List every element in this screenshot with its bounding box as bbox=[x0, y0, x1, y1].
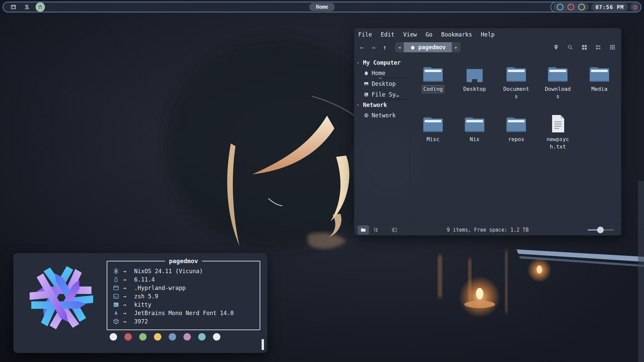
fetch-rows: → NixOS 24.11 (Vicuna) → 6.11.4 → bbox=[113, 267, 256, 325]
menu-go[interactable]: Go bbox=[426, 31, 432, 38]
next-tab-button[interactable]: ▶ bbox=[452, 42, 461, 52]
file-item-nix[interactable]: Nix bbox=[454, 114, 495, 164]
workspace-6-active[interactable] bbox=[36, 2, 45, 12]
folder-pane-icon bbox=[360, 227, 366, 233]
menu-view[interactable]: View bbox=[403, 31, 417, 38]
palette-dot-yellow bbox=[154, 333, 161, 341]
home-underline bbox=[379, 78, 405, 78]
forward-button[interactable]: → bbox=[368, 42, 379, 52]
fetch-row-packages: → 3972 bbox=[113, 317, 256, 325]
back-button[interactable]: ← bbox=[356, 42, 368, 52]
file-item-documents[interactable]: Documents bbox=[495, 63, 537, 114]
terminal-cursor bbox=[262, 339, 264, 350]
list-view-button[interactable] bbox=[593, 42, 604, 52]
file-manager-window: File Edit View Go Bookmarks Help ← → ↑ ◀… bbox=[354, 28, 622, 236]
search-button[interactable] bbox=[565, 42, 576, 52]
fetch-row-kernel: → 6.11.4 bbox=[113, 275, 256, 284]
places-pane-button[interactable] bbox=[358, 225, 369, 235]
slider-knob[interactable] bbox=[597, 227, 604, 233]
search-icon bbox=[567, 44, 573, 50]
folder-icon bbox=[505, 65, 527, 83]
collapse-triangle-icon: ▾ bbox=[357, 61, 360, 65]
compact-grid-icon bbox=[609, 44, 615, 50]
fetch-row-os: → NixOS 24.11 (Vicuna) bbox=[113, 267, 256, 275]
sidebar-item-desktop[interactable]: Desktop bbox=[364, 79, 396, 88]
shell-terminal-icon bbox=[113, 293, 119, 300]
sidebar-item-network[interactable]: Network bbox=[364, 111, 396, 120]
folder-icon bbox=[547, 65, 569, 83]
file-item-coding[interactable]: Coding bbox=[412, 63, 454, 114]
filesystem-underline bbox=[379, 99, 408, 100]
kanji-six-icon bbox=[37, 4, 43, 10]
file-item-misc[interactable]: Misc bbox=[412, 114, 454, 164]
menu-edit[interactable]: Edit bbox=[381, 31, 394, 38]
toolbar: ← → ↑ ◀ pagedmov ▶ bbox=[354, 41, 621, 54]
fetch-row-shell: → zsh 5.9 bbox=[113, 292, 256, 300]
palette-dot-white2 bbox=[213, 333, 220, 341]
file-item-downloads[interactable]: Downloads bbox=[537, 63, 579, 114]
home-icon bbox=[410, 45, 416, 50]
menu-file[interactable]: File bbox=[358, 31, 372, 38]
tree-view-icon bbox=[373, 227, 379, 233]
fetch-row-font: A → JetBrains Mono Nerd Font 14.0 bbox=[113, 309, 256, 317]
folder-icon bbox=[464, 115, 485, 133]
nix-snowflake-icon bbox=[113, 268, 119, 275]
fetch-title: pagedmov bbox=[165, 257, 202, 264]
folder-icon bbox=[589, 65, 610, 83]
file-item-desktop[interactable]: Desktop bbox=[454, 63, 495, 114]
workspace-5[interactable] bbox=[22, 2, 32, 12]
folder-icon bbox=[422, 115, 444, 133]
sidebar-item-home[interactable]: Home bbox=[364, 68, 385, 78]
palette-dot-blue bbox=[169, 333, 176, 341]
compact-view-button[interactable] bbox=[607, 42, 618, 52]
workspace-4[interactable] bbox=[9, 2, 18, 12]
tab-pagedmov[interactable]: pagedmov bbox=[404, 42, 452, 52]
folder-icon bbox=[422, 65, 444, 83]
svg-text:A: A bbox=[115, 310, 118, 315]
green-ring-icon bbox=[578, 3, 586, 11]
wm-window-icon bbox=[113, 285, 119, 291]
power-button[interactable] bbox=[631, 3, 639, 11]
tab-bar: ◀ pagedmov ▶ bbox=[395, 42, 461, 52]
status-circles bbox=[553, 3, 589, 11]
file-item-newpsych-txt[interactable]: newpsych.txt bbox=[537, 114, 579, 164]
kanji-five-icon bbox=[24, 4, 30, 10]
sidebar: ▾ My Computer Home Desktop bbox=[354, 54, 410, 224]
zoom-slider[interactable] bbox=[588, 227, 614, 233]
icon-view-button[interactable] bbox=[579, 42, 590, 52]
globe-icon bbox=[364, 113, 369, 118]
top-bar: Home 07:56 PM bbox=[3, 2, 641, 12]
up-button[interactable]: ↑ bbox=[379, 42, 390, 52]
side-panel-toggle-button[interactable] bbox=[389, 225, 400, 235]
kanji-four-icon bbox=[10, 4, 16, 10]
desktop-icon bbox=[364, 81, 369, 86]
bar-right-module: 07:56 PM bbox=[550, 2, 641, 12]
menu-help[interactable]: Help bbox=[481, 31, 494, 38]
file-item-media[interactable]: Media bbox=[579, 63, 620, 114]
menu-bookmarks[interactable]: Bookmarks bbox=[441, 31, 472, 38]
folder-icon bbox=[505, 115, 527, 133]
terminal-color-palette bbox=[110, 333, 220, 341]
sidebar-section-my-computer[interactable]: ▾ My Computer bbox=[357, 58, 401, 67]
file-grid: Coding Desktop bbox=[410, 54, 621, 224]
filesystem-icon bbox=[364, 92, 369, 97]
focused-window-title: Home bbox=[309, 3, 335, 11]
sidebar-section-network[interactable]: ▾ Network bbox=[357, 100, 387, 110]
sidebar-item-filesystem[interactable]: File Sy… bbox=[364, 90, 399, 99]
terminal-app-icon bbox=[113, 301, 119, 308]
status-bar: 9 items, Free space: 1.2 TB bbox=[354, 224, 621, 235]
home-icon bbox=[364, 70, 369, 76]
fetch-row-wm: → .Hyprland-wrapp bbox=[113, 284, 256, 292]
menu-bar: File Edit View Go Bookmarks Help bbox=[354, 28, 621, 41]
statusbar-separator bbox=[386, 226, 386, 234]
toolbar-view-controls bbox=[551, 41, 618, 54]
location-button[interactable] bbox=[551, 42, 561, 52]
grid-view-icon bbox=[581, 44, 587, 50]
desktop: Home 07:56 PM File Edit View bbox=[0, 0, 644, 362]
packages-icon bbox=[113, 318, 119, 325]
prev-tab-button[interactable]: ◀ bbox=[395, 42, 404, 52]
palette-dot-green bbox=[139, 333, 147, 341]
file-item-repos[interactable]: repos bbox=[495, 114, 537, 164]
desktop-folder-icon bbox=[465, 65, 484, 83]
tree-pane-button[interactable] bbox=[370, 225, 382, 235]
